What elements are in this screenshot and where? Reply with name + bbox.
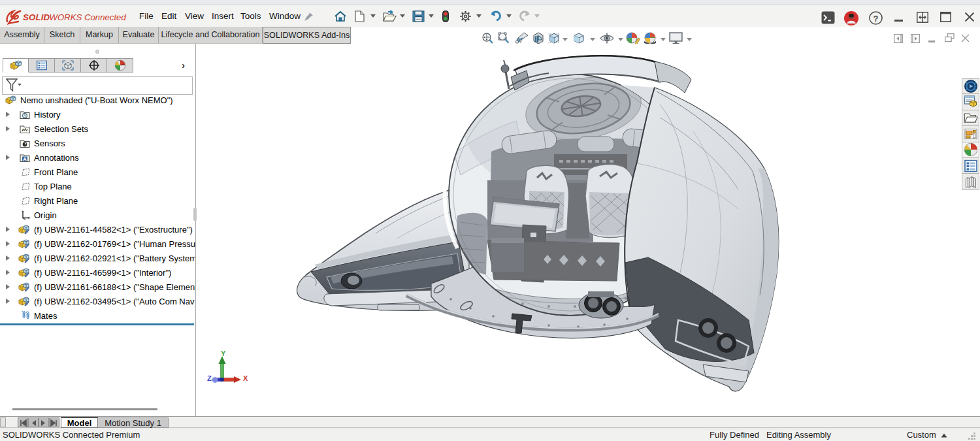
svg-text:Y: Y — [221, 350, 226, 357]
svg-text:A: A — [23, 156, 27, 162]
svg-text:?: ? — [874, 14, 879, 24]
svg-text:Z: Z — [207, 374, 212, 382]
svg-text:X: X — [243, 374, 248, 382]
svg-text:WORKS Connected: WORKS Connected — [50, 12, 127, 22]
svg-text:SOLID: SOLID — [23, 12, 50, 22]
